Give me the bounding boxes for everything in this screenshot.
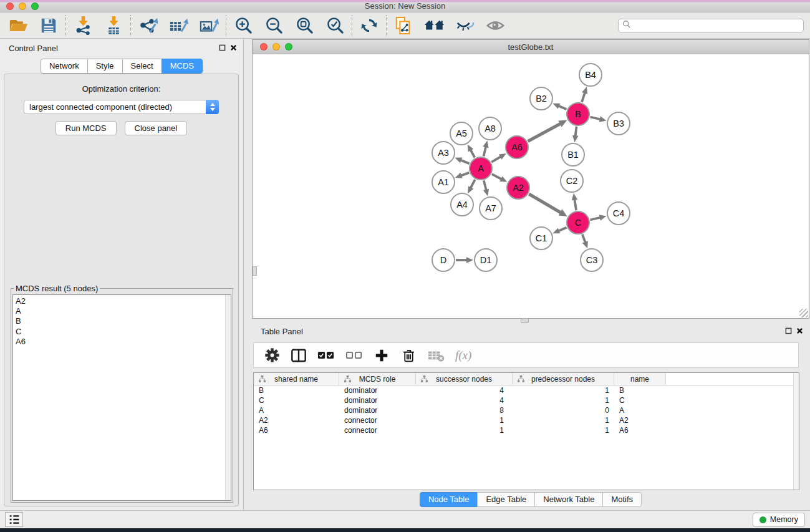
graph-node-B[interactable]: B <box>566 102 590 126</box>
graph-node-A7[interactable]: A7 <box>479 196 503 220</box>
hide-eye-icon[interactable] <box>454 15 475 36</box>
graph-node-B3[interactable]: B3 <box>607 112 630 135</box>
export-network-icon[interactable] <box>137 15 158 36</box>
delete-table-icon[interactable] <box>427 347 445 364</box>
tab-edge-table[interactable]: Edge Table <box>477 492 535 507</box>
memory-button[interactable]: Memory <box>753 513 805 527</box>
pane-divider-grip[interactable] <box>521 318 529 323</box>
graph-node-C[interactable]: C <box>566 211 590 235</box>
gear-icon[interactable] <box>264 347 280 364</box>
run-mcds-button[interactable]: Run MCDS <box>55 121 117 135</box>
graph-node-A1[interactable]: A1 <box>432 170 455 194</box>
tab-mcds[interactable]: MCDS <box>162 59 203 74</box>
import-table-icon[interactable] <box>103 15 124 36</box>
table-row[interactable]: Bdominator41B <box>254 385 799 395</box>
graph-node-C1[interactable]: C1 <box>529 226 553 250</box>
table-cell: connector <box>339 416 416 425</box>
graph-node-A5[interactable]: A5 <box>450 122 473 145</box>
result-item[interactable]: A6 <box>16 337 231 347</box>
select-all-icon[interactable] <box>317 347 335 364</box>
column-header-MCDS-role[interactable]: MCDS role <box>339 373 416 385</box>
task-list-button[interactable] <box>5 512 23 527</box>
graph-node-A4[interactable]: A4 <box>450 193 474 216</box>
zoom-fit-icon[interactable] <box>294 15 315 36</box>
window-title: Session: New Session <box>0 1 810 11</box>
float-panel-icon[interactable] <box>219 42 226 54</box>
graph-node-A3[interactable]: A3 <box>432 141 455 165</box>
graph-node-C2[interactable]: C2 <box>560 169 584 193</box>
status-bar: Memory <box>0 510 810 528</box>
graph-node-B1[interactable]: B1 <box>561 143 585 167</box>
function-builder-icon[interactable]: f(x) <box>455 347 471 364</box>
tab-select[interactable]: Select <box>122 59 162 74</box>
zoom-selected-icon[interactable] <box>324 15 345 36</box>
tab-network[interactable]: Network <box>41 59 88 74</box>
tab-network-table[interactable]: Network Table <box>534 492 603 507</box>
open-icon[interactable] <box>7 15 29 36</box>
refresh-icon[interactable] <box>359 15 380 36</box>
network-resize-grip[interactable] <box>799 309 808 317</box>
graph-node-D1[interactable]: D1 <box>474 248 498 272</box>
graph-node-B2[interactable]: B2 <box>529 87 553 110</box>
zoom-out-icon[interactable] <box>263 15 284 36</box>
tab-motifs[interactable]: Motifs <box>602 492 642 507</box>
table-cell: dominator <box>339 386 416 395</box>
close-panel-button[interactable]: Close panel <box>125 121 188 135</box>
show-eye-icon[interactable] <box>485 15 506 36</box>
table-row[interactable]: A6connector11A6 <box>254 425 799 435</box>
result-scrollbar[interactable] <box>225 295 231 500</box>
float-table-panel-icon[interactable] <box>785 326 792 337</box>
close-panel-icon[interactable] <box>230 42 237 54</box>
search-input[interactable] <box>634 21 799 30</box>
close-table-panel-icon[interactable] <box>796 326 803 337</box>
column-header-name[interactable]: name <box>614 373 666 385</box>
import-network-icon[interactable] <box>72 15 94 36</box>
result-item[interactable]: A <box>16 306 231 316</box>
table-cell: 1 <box>513 426 614 435</box>
control-panel: Control Panel NetworkStyleSelectMCDS Opt… <box>0 39 244 510</box>
tree-icon <box>259 375 266 384</box>
deselect-all-icon[interactable] <box>345 347 363 364</box>
tab-style[interactable]: Style <box>87 59 123 74</box>
network-view-window: testGlobe.txt AA1A2A3A4A5A6A7A8BB1B2B3B4… <box>252 39 809 319</box>
column-header-successor-nodes[interactable]: successor nodes <box>416 373 513 385</box>
result-item[interactable]: A2 <box>16 296 231 306</box>
workspace-region: testGlobe.txt AA1A2A3A4A5A6A7A8BB1B2B3B4… <box>244 39 810 510</box>
table-scrollbar[interactable] <box>793 373 799 490</box>
table-toolbar: f(x) <box>253 342 799 368</box>
copy-network-icon[interactable] <box>393 15 414 36</box>
save-icon[interactable] <box>38 15 59 36</box>
result-item[interactable]: B <box>16 316 231 326</box>
table-row[interactable]: A2connector11A2 <box>254 415 799 425</box>
graph-node-C3[interactable]: C3 <box>580 248 604 272</box>
table-row[interactable]: Cdominator41C <box>254 395 799 405</box>
column-header-shared-name[interactable]: shared name <box>254 373 339 385</box>
graph-node-A6[interactable]: A6 <box>505 135 529 159</box>
export-image-icon[interactable] <box>198 15 219 36</box>
graph-node-D[interactable]: D <box>432 248 455 272</box>
delete-icon[interactable] <box>400 347 417 364</box>
search-icon <box>622 20 631 31</box>
column-header-predecessor-nodes[interactable]: predecessor nodes <box>513 373 614 385</box>
export-table-icon[interactable] <box>168 15 189 36</box>
result-item[interactable]: C <box>16 327 231 337</box>
network-canvas[interactable]: AA1A2A3A4A5A6A7A8BB1B2B3B4CC1C2C3C4DD1 <box>253 54 809 318</box>
table-cell: A <box>254 406 339 415</box>
table-cell: connector <box>339 426 416 435</box>
homes-icon[interactable] <box>423 15 445 36</box>
search-box[interactable] <box>618 19 804 32</box>
criterion-dropdown[interactable]: largest connected component (directed) <box>24 100 219 114</box>
graph-node-A2[interactable]: A2 <box>506 176 530 200</box>
network-window-titlebar[interactable]: testGlobe.txt <box>253 40 809 54</box>
graph-node-A8[interactable]: A8 <box>478 117 502 140</box>
table-cell: 1 <box>513 396 614 405</box>
tab-node-table[interactable]: Node Table <box>420 492 478 507</box>
graph-node-A[interactable]: A <box>469 157 493 180</box>
canvas-scroll-grip[interactable] <box>253 266 257 276</box>
table-row[interactable]: Adominator80A <box>254 405 799 415</box>
zoom-in-icon[interactable] <box>233 15 254 36</box>
graph-node-C4[interactable]: C4 <box>607 201 630 225</box>
graph-node-B4[interactable]: B4 <box>579 63 602 87</box>
add-icon[interactable] <box>374 347 390 364</box>
split-table-icon[interactable] <box>291 347 307 364</box>
